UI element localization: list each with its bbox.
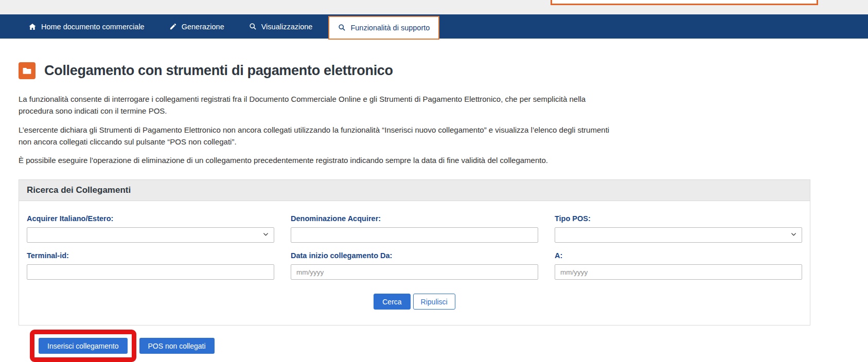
data-inizio-a-input[interactable]: [555, 264, 802, 280]
acquirer-italiano-estero-select[interactable]: [27, 227, 274, 243]
nav-item-label: Funzionalità di supporto: [350, 24, 430, 32]
field-label: A:: [555, 251, 802, 260]
chevron-down-icon: [790, 231, 797, 239]
search-panel: Ricerca dei Collegamenti Acquirer Italia…: [19, 179, 810, 325]
home-icon: [28, 23, 37, 31]
field-acquirer-italiano-estero: Acquirer Italiano/Estero:: [27, 214, 274, 243]
intro-paragraph-2: L’esercente dichiara gli Strumenti di Pa…: [19, 124, 610, 148]
cerca-button[interactable]: Cerca: [374, 294, 410, 310]
nav-item-label: Visualizzazione: [261, 23, 313, 31]
data-inizio-da-input[interactable]: [291, 264, 538, 280]
nav-item-label: Generazione: [182, 23, 224, 31]
field-label: Tipo POS:: [555, 214, 802, 223]
tipo-pos-select[interactable]: [555, 227, 802, 243]
inserisci-collegamento-button[interactable]: Inserisci collegamento: [39, 338, 128, 354]
field-label: Terminal-id:: [27, 251, 274, 260]
field-label: Denominazione Acquirer:: [291, 214, 538, 223]
search-icon: [249, 23, 257, 30]
search-panel-body: Acquirer Italiano/Estero: Denominazione …: [19, 201, 810, 325]
chevron-down-icon: [262, 231, 269, 239]
search-icon: [338, 24, 346, 31]
field-label: Data inizio collegamento Da:: [291, 251, 538, 260]
field-data-inizio-da: Data inizio collegamento Da:: [291, 251, 538, 280]
page-header: Collegamento con strumenti di pagamento …: [19, 39, 849, 79]
pos-non-collegati-button[interactable]: POS non collegati: [139, 338, 215, 354]
nav-item-visualizzazione[interactable]: Visualizzazione: [240, 14, 322, 39]
pencil-icon: [169, 23, 177, 30]
ripulisci-button[interactable]: Ripulisci: [413, 294, 455, 310]
nav-item-label: Home documento commerciale: [41, 23, 145, 31]
intro-text: La funzionalità consente di interrogare …: [19, 93, 610, 166]
field-denominazione-acquirer: Denominazione Acquirer:: [291, 214, 538, 243]
field-tipo-pos: Tipo POS:: [555, 214, 802, 243]
page-title: Collegamento con strumenti di pagamento …: [44, 63, 393, 79]
search-panel-title: Ricerca dei Collegamenti: [19, 180, 810, 201]
field-terminal-id: Terminal-id:: [27, 251, 274, 280]
intro-paragraph-1: La funzionalità consente di interrogare …: [19, 93, 610, 117]
field-data-inizio-a: A:: [555, 251, 802, 280]
folder-icon: [19, 62, 36, 79]
partial-search-box[interactable]: [551, 0, 818, 5]
terminal-id-input[interactable]: [27, 264, 274, 280]
denominazione-acquirer-input[interactable]: [291, 227, 538, 243]
intro-paragraph-3: È possibile eseguire l’operazione di eli…: [19, 154, 610, 166]
nav-item-generazione[interactable]: Generazione: [161, 14, 233, 39]
main-navbar: Home documento commerciale Generazione V…: [0, 14, 868, 39]
nav-item-home[interactable]: Home documento commerciale: [20, 14, 153, 39]
top-strip: [0, 0, 868, 14]
field-label: Acquirer Italiano/Estero:: [27, 214, 274, 223]
red-highlight-annotation: Inserisci collegamento: [30, 330, 136, 362]
bottom-actions: Inserisci collegamento POS non collegati: [30, 330, 849, 362]
nav-item-funzionalita-supporto[interactable]: Funzionalità di supporto: [328, 16, 439, 40]
